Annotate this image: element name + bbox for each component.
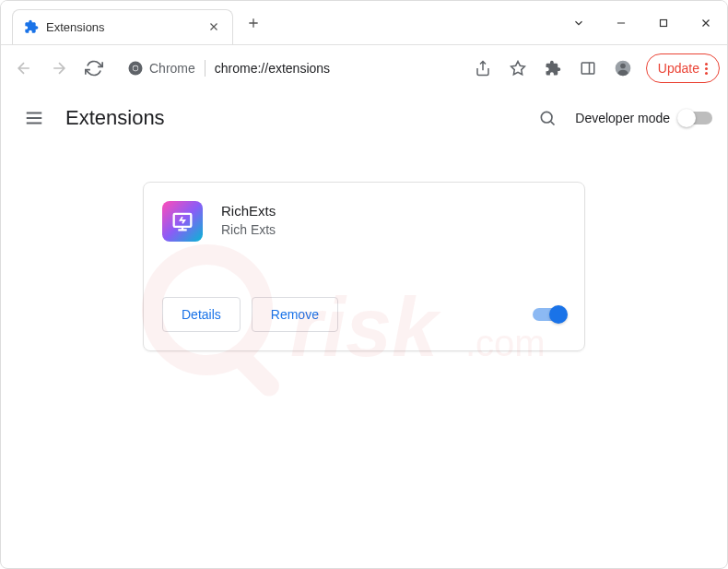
browser-tab[interactable]: Extensions [12, 9, 233, 44]
svg-point-3 [133, 65, 137, 70]
close-window-button[interactable] [685, 2, 727, 44]
svg-rect-10 [229, 347, 283, 400]
developer-mode-label: Developer mode [575, 111, 670, 125]
extensions-header: Extensions Developer mode [1, 91, 727, 145]
page-title: Extensions [65, 106, 165, 130]
remove-button[interactable]: Remove [252, 297, 338, 332]
svg-point-7 [542, 112, 553, 123]
developer-mode-toggle[interactable] [679, 112, 712, 124]
window-controls [558, 2, 727, 44]
svg-point-6 [620, 64, 626, 69]
browser-toolbar: Chrome chrome://extensions Update [1, 45, 727, 91]
details-button[interactable]: Details [162, 297, 241, 332]
new-tab-button[interactable] [241, 10, 266, 36]
maximize-button[interactable] [642, 2, 685, 44]
extension-card: RichExts Rich Exts Details Remove [143, 182, 585, 351]
profile-icon[interactable] [607, 53, 639, 84]
tab-title: Extensions [46, 20, 206, 34]
menu-button[interactable] [16, 100, 53, 136]
address-bar[interactable]: Chrome chrome://extensions [117, 53, 460, 84]
menu-dots-icon [705, 63, 708, 75]
sidepanel-icon[interactable] [572, 53, 604, 84]
svg-rect-4 [581, 63, 594, 74]
update-label: Update [658, 61, 699, 76]
divider [205, 60, 205, 77]
svg-rect-0 [661, 19, 667, 26]
chevron-down-icon[interactable] [558, 2, 600, 44]
update-button[interactable]: Update [646, 53, 720, 83]
extension-icon [162, 201, 203, 242]
share-icon[interactable] [467, 53, 499, 84]
forward-button[interactable] [43, 53, 75, 84]
minimize-button[interactable] [600, 2, 642, 44]
page-content: Extensions Developer mode RichExts Rich … [1, 91, 727, 568]
reload-button[interactable] [78, 53, 110, 84]
extension-description: Rich Exts [221, 222, 276, 237]
extension-name: RichExts [221, 203, 276, 219]
back-button[interactable] [8, 53, 40, 84]
chrome-icon [127, 60, 144, 77]
site-chip[interactable]: Chrome [127, 60, 195, 77]
url-text: chrome://extensions [215, 61, 330, 76]
window-titlebar: Extensions [1, 1, 727, 45]
origin-label: Chrome [149, 61, 195, 76]
search-button[interactable] [529, 100, 566, 136]
bookmark-icon[interactable] [502, 53, 534, 84]
close-tab-button[interactable] [206, 19, 221, 34]
extension-enable-toggle[interactable] [533, 308, 566, 321]
extensions-icon[interactable] [537, 53, 569, 84]
puzzle-icon [24, 19, 39, 34]
